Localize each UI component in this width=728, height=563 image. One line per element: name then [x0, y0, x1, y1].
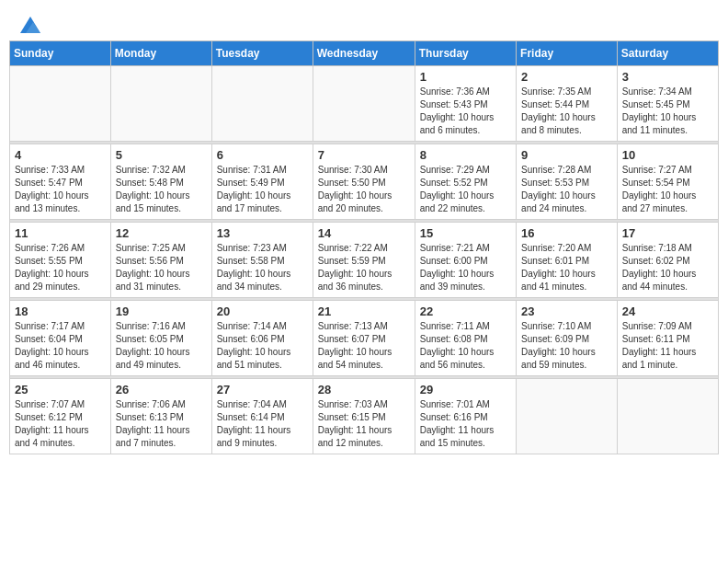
day-info: Sunrise: 7:11 AM Sunset: 6:08 PM Dayligh… [420, 320, 511, 372]
calendar-cell [110, 66, 211, 142]
day-of-week-header: Sunday [10, 41, 111, 66]
calendar-cell: 1Sunrise: 7:36 AM Sunset: 5:43 PM Daylig… [415, 66, 516, 142]
calendar-cell: 29Sunrise: 7:01 AM Sunset: 6:16 PM Dayli… [415, 379, 516, 454]
day-info: Sunrise: 7:07 AM Sunset: 6:12 PM Dayligh… [15, 398, 106, 450]
calendar-cell [211, 66, 313, 142]
day-of-week-header: Friday [517, 41, 618, 66]
day-number: 13 [217, 226, 308, 240]
calendar-cell: 20Sunrise: 7:14 AM Sunset: 6:06 PM Dayli… [211, 301, 313, 376]
day-info: Sunrise: 7:14 AM Sunset: 6:06 PM Dayligh… [217, 320, 308, 372]
day-info: Sunrise: 7:10 AM Sunset: 6:09 PM Dayligh… [521, 320, 612, 372]
day-info: Sunrise: 7:32 AM Sunset: 5:48 PM Dayligh… [116, 164, 207, 215]
day-of-week-header: Monday [110, 41, 211, 66]
calendar-week-row: 11Sunrise: 7:26 AM Sunset: 5:55 PM Dayli… [10, 223, 719, 298]
day-info: Sunrise: 7:23 AM Sunset: 5:58 PM Dayligh… [217, 242, 308, 293]
day-number: 26 [116, 383, 207, 396]
calendar-cell: 21Sunrise: 7:13 AM Sunset: 6:07 PM Dayli… [313, 301, 415, 376]
calendar-cell: 11Sunrise: 7:26 AM Sunset: 5:55 PM Dayli… [10, 223, 111, 298]
day-info: Sunrise: 7:31 AM Sunset: 5:49 PM Dayligh… [217, 164, 308, 215]
day-number: 21 [318, 304, 410, 318]
calendar-week-row: 18Sunrise: 7:17 AM Sunset: 6:04 PM Dayli… [10, 301, 719, 376]
calendar-cell: 6Sunrise: 7:31 AM Sunset: 5:49 PM Daylig… [211, 144, 313, 220]
day-info: Sunrise: 7:13 AM Sunset: 6:07 PM Dayligh… [318, 320, 410, 372]
day-info: Sunrise: 7:27 AM Sunset: 5:54 PM Dayligh… [622, 164, 713, 215]
day-number: 12 [116, 226, 207, 240]
day-number: 4 [15, 148, 106, 162]
calendar-cell: 7Sunrise: 7:30 AM Sunset: 5:50 PM Daylig… [313, 144, 415, 220]
calendar-week-row: 4Sunrise: 7:33 AM Sunset: 5:47 PM Daylig… [10, 144, 719, 220]
day-info: Sunrise: 7:03 AM Sunset: 6:15 PM Dayligh… [318, 398, 410, 450]
day-number: 7 [318, 148, 410, 162]
day-info: Sunrise: 7:34 AM Sunset: 5:45 PM Dayligh… [622, 86, 713, 137]
day-info: Sunrise: 7:06 AM Sunset: 6:13 PM Dayligh… [116, 398, 207, 450]
calendar-cell [313, 66, 415, 142]
day-number: 29 [420, 383, 511, 396]
day-number: 22 [420, 304, 511, 318]
calendar-cell: 10Sunrise: 7:27 AM Sunset: 5:54 PM Dayli… [617, 144, 718, 220]
day-of-week-header: Tuesday [211, 41, 313, 66]
day-of-week-header: Saturday [617, 41, 718, 66]
day-number: 17 [622, 226, 713, 240]
calendar-cell: 23Sunrise: 7:10 AM Sunset: 6:09 PM Dayli… [517, 301, 618, 376]
calendar-cell: 8Sunrise: 7:29 AM Sunset: 5:52 PM Daylig… [415, 144, 516, 220]
day-info: Sunrise: 7:36 AM Sunset: 5:43 PM Dayligh… [420, 86, 511, 137]
logo [18, 15, 40, 33]
day-number: 25 [15, 383, 106, 396]
day-info: Sunrise: 7:35 AM Sunset: 5:44 PM Dayligh… [521, 86, 612, 137]
calendar-cell: 26Sunrise: 7:06 AM Sunset: 6:13 PM Dayli… [110, 379, 211, 454]
day-info: Sunrise: 7:22 AM Sunset: 5:59 PM Dayligh… [318, 242, 410, 293]
day-number: 11 [15, 226, 106, 240]
day-info: Sunrise: 7:29 AM Sunset: 5:52 PM Dayligh… [420, 164, 511, 215]
day-number: 14 [318, 226, 410, 240]
day-info: Sunrise: 7:01 AM Sunset: 6:16 PM Dayligh… [420, 398, 511, 450]
calendar-cell: 5Sunrise: 7:32 AM Sunset: 5:48 PM Daylig… [110, 144, 211, 220]
day-number: 19 [116, 304, 207, 318]
calendar-cell: 24Sunrise: 7:09 AM Sunset: 6:11 PM Dayli… [617, 301, 718, 376]
day-number: 23 [521, 304, 612, 318]
calendar-cell: 25Sunrise: 7:07 AM Sunset: 6:12 PM Dayli… [10, 379, 111, 454]
calendar-cell [517, 379, 618, 454]
day-info: Sunrise: 7:20 AM Sunset: 6:01 PM Dayligh… [521, 242, 612, 293]
calendar-cell: 9Sunrise: 7:28 AM Sunset: 5:53 PM Daylig… [517, 144, 618, 220]
day-info: Sunrise: 7:21 AM Sunset: 6:00 PM Dayligh… [420, 242, 511, 293]
calendar-header-row: SundayMondayTuesdayWednesdayThursdayFrid… [10, 41, 719, 66]
calendar-cell [10, 66, 111, 142]
day-info: Sunrise: 7:30 AM Sunset: 5:50 PM Dayligh… [318, 164, 410, 215]
day-number: 6 [217, 148, 308, 162]
day-number: 10 [622, 148, 713, 162]
calendar-cell: 3Sunrise: 7:34 AM Sunset: 5:45 PM Daylig… [617, 66, 718, 142]
day-info: Sunrise: 7:33 AM Sunset: 5:47 PM Dayligh… [15, 164, 106, 215]
day-number: 8 [420, 148, 511, 162]
calendar-cell [617, 379, 718, 454]
day-of-week-header: Wednesday [313, 41, 415, 66]
day-info: Sunrise: 7:25 AM Sunset: 5:56 PM Dayligh… [116, 242, 207, 293]
day-info: Sunrise: 7:26 AM Sunset: 5:55 PM Dayligh… [15, 242, 106, 293]
calendar-cell: 2Sunrise: 7:35 AM Sunset: 5:44 PM Daylig… [517, 66, 618, 142]
calendar-cell: 15Sunrise: 7:21 AM Sunset: 6:00 PM Dayli… [415, 223, 516, 298]
calendar-table: SundayMondayTuesdayWednesdayThursdayFrid… [9, 40, 719, 454]
day-number: 15 [420, 226, 511, 240]
day-number: 2 [521, 70, 612, 84]
day-info: Sunrise: 7:04 AM Sunset: 6:14 PM Dayligh… [217, 398, 308, 450]
calendar-week-row: 25Sunrise: 7:07 AM Sunset: 6:12 PM Dayli… [10, 379, 719, 454]
logo-icon [20, 17, 40, 33]
day-info: Sunrise: 7:28 AM Sunset: 5:53 PM Dayligh… [521, 164, 612, 215]
calendar-cell: 17Sunrise: 7:18 AM Sunset: 6:02 PM Dayli… [617, 223, 718, 298]
calendar-cell: 27Sunrise: 7:04 AM Sunset: 6:14 PM Dayli… [211, 379, 313, 454]
day-info: Sunrise: 7:18 AM Sunset: 6:02 PM Dayligh… [622, 242, 713, 293]
header [0, 0, 728, 40]
calendar-cell: 18Sunrise: 7:17 AM Sunset: 6:04 PM Dayli… [10, 301, 111, 376]
calendar-cell: 16Sunrise: 7:20 AM Sunset: 6:01 PM Dayli… [517, 223, 618, 298]
day-of-week-header: Thursday [415, 41, 516, 66]
day-number: 16 [521, 226, 612, 240]
calendar-cell: 22Sunrise: 7:11 AM Sunset: 6:08 PM Dayli… [415, 301, 516, 376]
day-number: 3 [622, 70, 713, 84]
day-info: Sunrise: 7:16 AM Sunset: 6:05 PM Dayligh… [116, 320, 207, 372]
day-number: 1 [420, 70, 511, 84]
calendar-cell: 13Sunrise: 7:23 AM Sunset: 5:58 PM Dayli… [211, 223, 313, 298]
day-info: Sunrise: 7:09 AM Sunset: 6:11 PM Dayligh… [622, 320, 713, 372]
calendar-week-row: 1Sunrise: 7:36 AM Sunset: 5:43 PM Daylig… [10, 66, 719, 142]
day-number: 18 [15, 304, 106, 318]
calendar-cell: 12Sunrise: 7:25 AM Sunset: 5:56 PM Dayli… [110, 223, 211, 298]
day-number: 20 [217, 304, 308, 318]
